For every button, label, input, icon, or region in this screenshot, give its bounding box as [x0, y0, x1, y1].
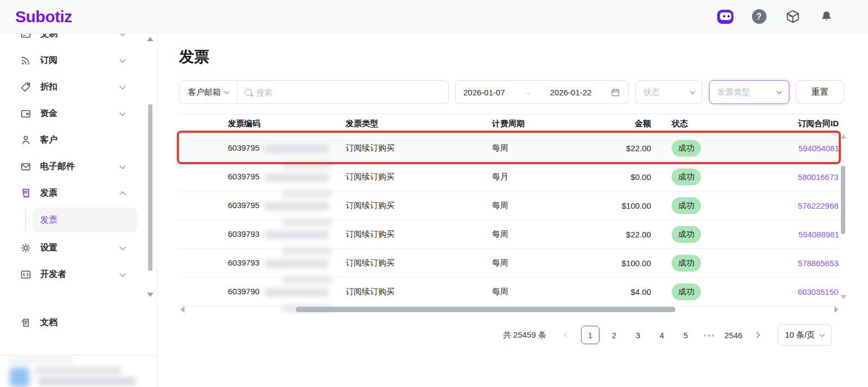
page-button-2546[interactable]: 2546	[724, 326, 743, 344]
table-row[interactable]: 6039795 订阅续订购买 每周 $22.00 成功 5940540811	[179, 134, 839, 163]
status-select[interactable]: 状态	[635, 80, 703, 104]
search-field-select[interactable]: 客户邮箱	[180, 81, 237, 104]
blurred-text	[282, 190, 332, 197]
table-row[interactable]: 6039795 订阅续订购买 每月 $0.00 成功 5800166730	[179, 163, 839, 191]
billing-cycle: 每周	[492, 201, 583, 211]
contract-id-link[interactable]: 5762229686	[798, 201, 839, 210]
sidebar: 交易 订阅 折扣 资金 客户 电子邮件 发票 发票 设置	[0, 34, 157, 387]
sidebar-item-subscriptions[interactable]: 订阅	[0, 47, 146, 74]
invoice-code: 6039793	[228, 229, 259, 238]
table-row[interactable]: 6039795 订阅续订购买 每周 $100.00 成功 5762229686	[179, 191, 839, 220]
transactions-icon	[20, 34, 31, 40]
blurred-text	[265, 173, 329, 182]
scroll-down-icon[interactable]	[147, 293, 154, 297]
top-header: Subotiz ?	[0, 0, 868, 34]
h-scroll-thumb[interactable]	[296, 307, 675, 312]
page-button-1[interactable]: 1	[581, 326, 599, 344]
scroll-right-icon[interactable]	[834, 306, 839, 313]
table-row[interactable]: 6039793 订阅续订购买 每周 $100.00 成功 5788656535	[179, 249, 839, 278]
sidebar-item-label: 电子邮件	[40, 161, 75, 172]
sidebar-item-customers[interactable]: 客户	[0, 127, 146, 153]
table-horizontal-scrollbar[interactable]	[179, 306, 839, 313]
discounts-icon	[20, 81, 31, 93]
table-row[interactable]: 6039793 订阅续订购买 每周 $22.00 成功 5940889811	[179, 220, 839, 249]
chevron-down-icon	[119, 34, 125, 36]
invoice-code: 6039795	[228, 143, 259, 152]
sidebar-item-label: 文档	[40, 317, 58, 328]
billing-cycle: 每月	[492, 172, 583, 182]
user-profile-blurred[interactable]	[0, 356, 157, 387]
chevron-down-icon	[690, 89, 695, 94]
date-range-picker[interactable]: 2026-01-07 → 2026-01-22	[455, 80, 629, 104]
col-billing-cycle: 计费周期	[492, 119, 583, 129]
page-button-3[interactable]: 3	[629, 326, 647, 344]
date-to[interactable]: 2026-01-22	[550, 88, 592, 97]
next-page-button[interactable]	[748, 325, 768, 345]
contract-id-link[interactable]: 5788656535	[798, 259, 839, 268]
prev-page-button[interactable]	[556, 325, 576, 345]
blurred-text	[265, 288, 329, 296]
search-input[interactable]	[256, 88, 435, 97]
sidebar-item-label: 交易	[40, 34, 58, 40]
invoice-table: 发票编码 发票类型 计费周期 金额 状态 订阅合同ID 6039795 订阅续订…	[179, 114, 839, 306]
sidebar-item-transactions[interactable]: 交易	[0, 34, 146, 47]
table-body: 6039795 订阅续订购买 每周 $22.00 成功 5940540811 6…	[179, 134, 839, 306]
chevron-down-icon	[119, 270, 125, 276]
developer-icon	[20, 269, 31, 281]
page-button-5[interactable]: 5	[676, 326, 695, 344]
customers-icon	[20, 134, 31, 146]
sidebar-scroll-thumb[interactable]	[148, 104, 152, 271]
table-vertical-scrollbar[interactable]	[840, 134, 846, 304]
funds-icon	[20, 108, 31, 120]
table-header-row: 发票编码 发票类型 计费周期 金额 状态 订阅合同ID	[179, 114, 839, 134]
sidebar-item-label: 发票	[40, 188, 58, 199]
status-badge: 成功	[672, 140, 701, 157]
invoice-code: 6039793	[228, 258, 259, 267]
sidebar-subitem-invoices-list[interactable]: 发票	[33, 208, 138, 233]
amount: $100.00	[583, 201, 651, 210]
sidebar-scrollbar[interactable]	[148, 34, 153, 329]
status-badge: 成功	[672, 283, 701, 300]
col-contract-id: 订阅合同ID	[722, 119, 839, 129]
date-from[interactable]: 2026-01-07	[463, 88, 505, 97]
blurred-text	[35, 366, 122, 375]
reset-button[interactable]: 重置	[796, 80, 844, 104]
calendar-icon	[610, 87, 621, 98]
bell-icon[interactable]	[818, 9, 834, 25]
scroll-up-icon[interactable]	[147, 37, 154, 41]
page-button-4[interactable]: 4	[653, 326, 671, 344]
sidebar-item-settings[interactable]: 设置	[0, 235, 146, 261]
sidebar-item-email[interactable]: 电子邮件	[0, 153, 146, 180]
sidebar-item-funds[interactable]: 资金	[0, 100, 146, 127]
contract-id-link[interactable]: 5940889811	[799, 230, 839, 239]
sidebar-item-docs[interactable]: 文档	[0, 309, 146, 336]
sidebar-item-invoices[interactable]: 发票	[0, 180, 146, 207]
sidebar-subitem-label: 发票	[40, 215, 58, 226]
sidebar-item-discounts[interactable]: 折扣	[0, 74, 146, 100]
contract-id-link[interactable]: 5800166730	[798, 172, 839, 182]
robot-assistant-icon[interactable]	[717, 9, 733, 25]
invoice-code: 6039795	[228, 172, 259, 181]
help-icon[interactable]: ?	[751, 9, 767, 25]
scroll-down-icon[interactable]	[840, 295, 847, 299]
invoice-type-select[interactable]: 发票类型	[709, 80, 789, 104]
scroll-up-icon[interactable]	[840, 134, 847, 139]
settings-icon	[20, 242, 31, 254]
page-button-2[interactable]: 2	[605, 326, 623, 344]
arrow-right-icon: →	[524, 88, 531, 96]
contract-id-link[interactable]: 5940540811	[799, 144, 839, 153]
amount: $4.00	[583, 287, 651, 296]
scroll-left-icon[interactable]	[180, 306, 184, 313]
chevron-down-icon	[119, 109, 125, 115]
package-icon[interactable]	[784, 9, 801, 25]
v-scroll-thumb[interactable]	[841, 166, 845, 234]
sidebar-item-label: 订阅	[40, 55, 58, 66]
page-size-select[interactable]: 10 条/页	[777, 324, 832, 346]
invoice-code: 6039790	[228, 287, 259, 296]
sidebar-item-label: 客户	[40, 134, 58, 146]
sidebar-item-developer[interactable]: 开发者	[0, 261, 146, 288]
sidebar-item-label: 折扣	[40, 81, 58, 93]
table-row[interactable]: 6039790 订阅续订购买 每周 $4.00 成功 6030351502	[179, 278, 839, 306]
search-field-label: 客户邮箱	[188, 87, 221, 98]
contract-id-link[interactable]: 6030351502	[798, 287, 839, 296]
